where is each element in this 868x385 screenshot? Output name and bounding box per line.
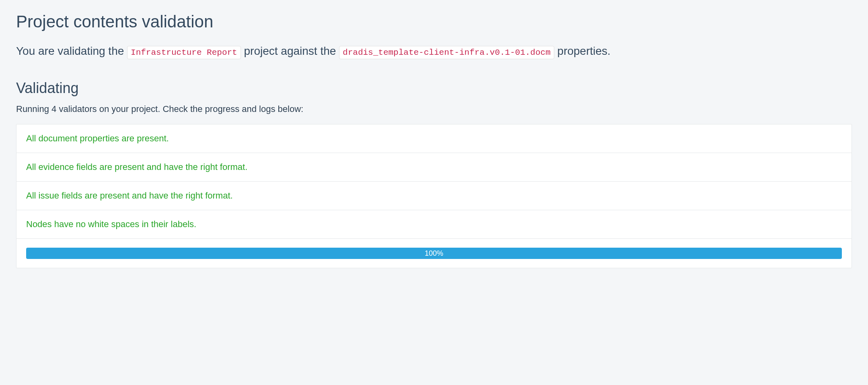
progress-bar: 100% — [26, 248, 842, 259]
progress-container: 100% — [16, 239, 852, 268]
intro-prefix: You are validating the — [16, 45, 127, 57]
template-name-chip: dradis_template-client-infra.v0.1-01.doc… — [339, 46, 554, 59]
validator-result: All evidence fields are present and have… — [16, 153, 852, 182]
intro-middle: project against the — [244, 45, 339, 57]
intro-sentence: You are validating the Infrastructure Re… — [16, 43, 852, 60]
section-title: Validating — [16, 80, 852, 97]
validation-panel: All document properties are present. All… — [16, 124, 852, 268]
project-name-chip: Infrastructure Report — [127, 46, 241, 59]
validator-result: All issue fields are present and have th… — [16, 182, 852, 210]
page-title: Project contents validation — [16, 12, 852, 31]
section-subtext: Running 4 validators on your project. Ch… — [16, 104, 852, 114]
validator-result: All document properties are present. — [16, 124, 852, 153]
intro-suffix: properties. — [557, 45, 611, 57]
validator-result: Nodes have no white spaces in their labe… — [16, 210, 852, 239]
